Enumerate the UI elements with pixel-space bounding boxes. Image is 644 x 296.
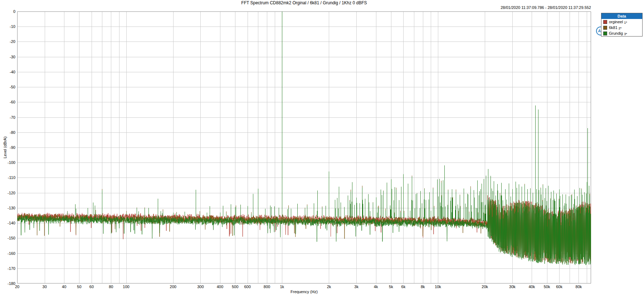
x-tick-80: 80 (103, 285, 119, 289)
x-tick-60k: 60k (551, 285, 567, 289)
y-tick--10: -10 (0, 24, 15, 29)
x-tick-30k: 30k (504, 285, 520, 289)
chart-title: FFT Spectrum CD882mk2 Orginal / 6k81 / G… (17, 0, 591, 5)
legend-swatch-Grundig (603, 31, 607, 35)
x-tick-40: 40 (56, 285, 72, 289)
legend-index: 3* (624, 32, 627, 36)
y-tick--80: -80 (0, 130, 15, 135)
x-tick-1k: 1k (274, 285, 290, 289)
legend-swatch-6k81 (603, 26, 607, 30)
x-tick-400: 400 (212, 285, 228, 289)
legend-swatch-orgineel (603, 20, 607, 24)
legend-label: Grundig (609, 31, 623, 35)
legend-items: orgineel1*6k812*Grundig3* (601, 19, 642, 36)
legend-index: 1* (624, 21, 627, 24)
legend-item-Grundig[interactable]: Grundig3* (601, 30, 642, 36)
legend-index: 2* (619, 26, 622, 30)
legend-item-6k81[interactable]: 6k812* (601, 25, 642, 30)
x-tick-10k: 10k (430, 285, 446, 289)
y-tick--100: -100 (0, 160, 15, 165)
y-tick--40: -40 (0, 70, 15, 74)
legend-label: 6k81 (609, 25, 618, 30)
x-tick-30: 30 (37, 285, 53, 289)
x-tick-300: 300 (192, 285, 208, 289)
fft-analyzer-window: FFT Spectrum CD882mk2 Orginal / 6k81 / G… (0, 0, 644, 296)
x-tick-60: 60 (84, 285, 99, 289)
y-tick--20: -20 (0, 39, 15, 44)
x-tick-8k: 8k (415, 285, 431, 289)
y-tick--160: -160 (0, 251, 15, 256)
y-tick--130: -130 (0, 206, 15, 210)
x-tick-3k: 3k (348, 285, 364, 289)
x-tick-100: 100 (118, 285, 134, 289)
legend-panel: Data orgineel1*6k812*Grundig3* (601, 13, 643, 37)
x-tick-20k: 20k (477, 285, 493, 289)
y-tick--110: -110 (0, 175, 15, 180)
y-tick--50: -50 (0, 85, 15, 89)
timestamp-range: 28/01/2020 11:37:09.786 - 28/01/2020 11:… (501, 5, 591, 10)
x-tick-80k: 80k (571, 285, 586, 289)
x-tick-600: 600 (240, 285, 255, 289)
x-tick-800: 800 (259, 285, 275, 289)
x-tick-2k: 2k (321, 285, 337, 289)
y-tick-0: 0 (0, 9, 15, 14)
plot-area: AP (17, 11, 591, 283)
y-tick--140: -140 (0, 221, 15, 225)
y-tick--30: -30 (0, 55, 15, 59)
x-tick-200: 200 (165, 285, 181, 289)
y-tick--120: -120 (0, 191, 15, 195)
fft-plot-canvas[interactable] (17, 11, 591, 283)
x-axis-title: Frequency (Hz) (17, 290, 591, 294)
legend-label: orgineel (609, 20, 623, 24)
legend-item-orgineel[interactable]: orgineel1* (601, 19, 642, 25)
legend-header[interactable]: Data (601, 13, 642, 19)
x-tick-40k: 40k (524, 285, 540, 289)
y-tick--180: -180 (0, 281, 15, 286)
x-tick-4k: 4k (368, 285, 384, 289)
y-tick--70: -70 (0, 115, 15, 120)
y-tick--60: -60 (0, 100, 15, 104)
y-tick--170: -170 (0, 266, 15, 271)
y-tick--150: -150 (0, 236, 15, 240)
x-tick-6k: 6k (395, 285, 411, 289)
y-tick--90: -90 (0, 145, 15, 150)
